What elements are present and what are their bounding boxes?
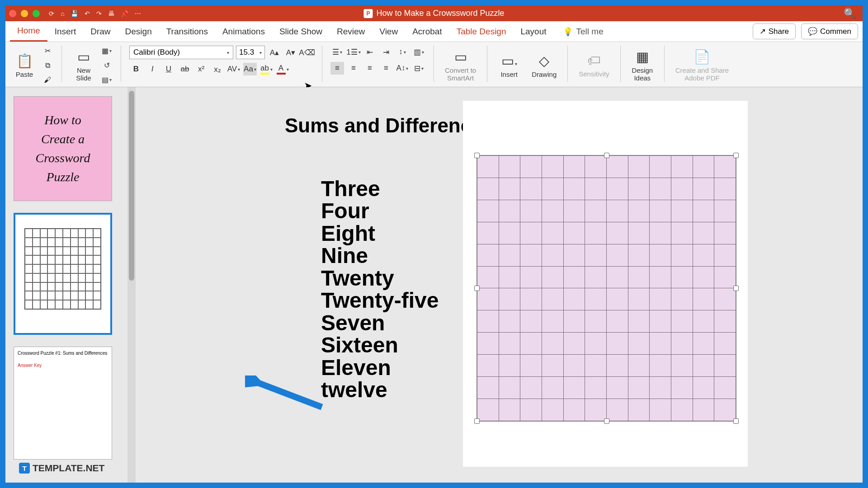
tab-insert[interactable]: Insert xyxy=(47,22,84,41)
design-ideas-button[interactable]: ▦ Design Ideas xyxy=(629,46,656,85)
character-spacing-button[interactable]: AV▾ xyxy=(227,63,241,75)
columns-button[interactable]: ▥▾ xyxy=(412,46,425,58)
copy-button[interactable]: ⧉ xyxy=(42,60,53,71)
decrease-font-button[interactable]: A▾ xyxy=(284,46,297,59)
new-slide-button[interactable]: ▭ New Slide xyxy=(70,47,97,84)
autosave-icon[interactable]: ⟳ xyxy=(49,10,54,17)
numbering-button[interactable]: 1☰▾ xyxy=(347,46,360,58)
undo-icon[interactable]: ↶ xyxy=(85,10,90,17)
selection-handle[interactable] xyxy=(474,286,480,291)
more-icon[interactable]: ⋯ xyxy=(135,10,141,17)
close-window-button[interactable] xyxy=(9,10,16,17)
comment-button[interactable]: 💬 Commen xyxy=(801,23,858,39)
paste-label: Paste xyxy=(16,70,33,78)
selection-handle[interactable] xyxy=(733,418,739,424)
crossword-grid-table[interactable] xyxy=(476,155,736,422)
highlight-color-button[interactable]: ab▾ xyxy=(259,63,273,75)
svg-line-0 xyxy=(253,381,322,407)
align-center-button[interactable]: ≡ xyxy=(347,62,360,75)
tab-table-design[interactable]: Table Design xyxy=(449,22,514,41)
tab-draw[interactable]: Draw xyxy=(83,22,118,41)
font-name-select[interactable]: Calibri (Body) ▾ xyxy=(129,46,233,59)
tell-me-label: Tell me xyxy=(576,27,604,37)
drawing-button[interactable]: ◇ Drawing xyxy=(529,46,559,85)
slide-thumbnail-3[interactable]: Crossword Puzzle #1: Sums and Difference… xyxy=(14,347,112,460)
slide-thumbnail-2[interactable] xyxy=(14,213,112,335)
print-icon[interactable]: 🖶 xyxy=(108,10,114,17)
redo-icon[interactable]: ↷ xyxy=(96,10,102,17)
tab-animations[interactable]: Animations xyxy=(215,22,272,41)
tab-transitions[interactable]: Transitions xyxy=(159,22,215,41)
format-painter-button[interactable]: 🖌 xyxy=(42,74,53,86)
title-bar: ⟳ ⌂ 💾 ↶ ↷ 🖶 📌 ⋯ P How to Make a Crowsswo… xyxy=(5,5,863,21)
grid-cells[interactable] xyxy=(477,155,736,421)
selection-handle[interactable] xyxy=(604,153,609,158)
slide-editing-area[interactable]: Sums and Differences Three Four Eight Ni… xyxy=(136,87,863,483)
italic-button[interactable]: I xyxy=(146,63,159,75)
save-icon[interactable]: 💾 xyxy=(71,10,78,17)
thumbnail-scrollbar[interactable] xyxy=(127,87,136,483)
increase-indent-button[interactable]: ⇥ xyxy=(379,46,393,58)
thumbnail-3-heading: Crossword Puzzle #1: Sums and Difference… xyxy=(18,351,108,356)
tab-layout[interactable]: Layout xyxy=(513,22,553,41)
section-button[interactable]: ▤▾ xyxy=(101,74,113,86)
bold-button[interactable]: B xyxy=(129,63,143,75)
superscript-button[interactable]: x² xyxy=(194,63,208,75)
tab-design[interactable]: Design xyxy=(118,22,159,41)
comment-label: Commen xyxy=(820,27,851,36)
watermark: T TEMPLATE.NET xyxy=(19,463,104,474)
share-button[interactable]: ↗ Share xyxy=(753,23,796,39)
adobe-pdf-button[interactable]: 📄 Create and Share Adobe PDF xyxy=(673,46,731,85)
line-spacing-button[interactable]: ↕▾ xyxy=(396,46,409,58)
cut-button[interactable]: ✂ xyxy=(42,45,53,57)
smartart-icon: ▭ xyxy=(454,49,467,65)
align-right-button[interactable]: ≡ xyxy=(363,62,377,75)
pin-icon[interactable]: 📌 xyxy=(121,10,128,17)
underline-button[interactable]: U xyxy=(162,63,175,75)
align-left-button[interactable]: ≡ xyxy=(330,62,344,75)
word-list-textbox[interactable]: Three Four Eight Nine Twenty Twenty-five… xyxy=(321,178,439,401)
slide-title[interactable]: Sums and Differences xyxy=(285,114,494,137)
word-item: Three xyxy=(321,178,439,200)
tell-me-search[interactable]: 💡 Tell me xyxy=(563,27,604,37)
decrease-indent-button[interactable]: ⇤ xyxy=(363,46,377,58)
paste-button[interactable]: 📋 Paste xyxy=(11,51,38,80)
strikethrough-button[interactable]: ab xyxy=(178,63,192,75)
clear-formatting-button[interactable]: A⌫ xyxy=(300,46,314,59)
slide-thumbnail-1[interactable]: How to Create a Crossword Puzzle xyxy=(14,96,112,201)
insert-shape-button[interactable]: ▭▾ Insert xyxy=(495,46,523,85)
insert-label: Insert xyxy=(500,70,518,78)
font-color-button[interactable]: A▾ xyxy=(276,63,289,75)
reset-button[interactable]: ↺ xyxy=(101,60,113,71)
tab-slide-show[interactable]: Slide Show xyxy=(272,22,330,41)
home-icon[interactable]: ⌂ xyxy=(61,10,64,17)
slide-canvas[interactable] xyxy=(463,101,748,467)
tab-review[interactable]: Review xyxy=(330,22,372,41)
selection-handle[interactable] xyxy=(604,418,609,424)
subscript-button[interactable]: x₂ xyxy=(211,63,224,75)
pdf-icon: 📄 xyxy=(693,49,710,65)
layout-button[interactable]: ▦▾ xyxy=(101,45,113,57)
scrollbar-thumb[interactable] xyxy=(129,91,134,281)
bullets-button[interactable]: ☰▾ xyxy=(330,46,344,58)
selection-handle[interactable] xyxy=(733,153,739,158)
convert-smartart-button[interactable]: ▭ Convert to SmartArt xyxy=(442,46,479,85)
tab-view[interactable]: View xyxy=(372,22,405,41)
design-ideas-label: Design Ideas xyxy=(632,66,653,82)
change-case-button[interactable]: Aa▾ xyxy=(243,63,257,75)
tab-acrobat[interactable]: Acrobat xyxy=(405,22,449,41)
selection-handle[interactable] xyxy=(474,418,480,424)
search-icon[interactable]: 🔍 xyxy=(844,8,856,19)
selection-handle[interactable] xyxy=(474,153,480,158)
text-direction-button[interactable]: A↕▾ xyxy=(396,62,409,75)
font-size-select[interactable]: 15.3 ▾ xyxy=(236,46,265,59)
sensitivity-button[interactable]: 🏷 Sensitivity xyxy=(576,46,612,85)
document-name: How to Make a Crowssword Puzzle xyxy=(376,9,504,18)
increase-font-button[interactable]: A▴ xyxy=(268,46,281,59)
justify-button[interactable]: ≡ xyxy=(379,62,393,75)
selection-handle[interactable] xyxy=(733,286,739,291)
align-text-button[interactable]: ⊟▾ xyxy=(412,62,425,75)
maximize-window-button[interactable] xyxy=(33,10,40,17)
minimize-window-button[interactable] xyxy=(21,10,28,17)
tab-home[interactable]: Home xyxy=(10,21,47,42)
